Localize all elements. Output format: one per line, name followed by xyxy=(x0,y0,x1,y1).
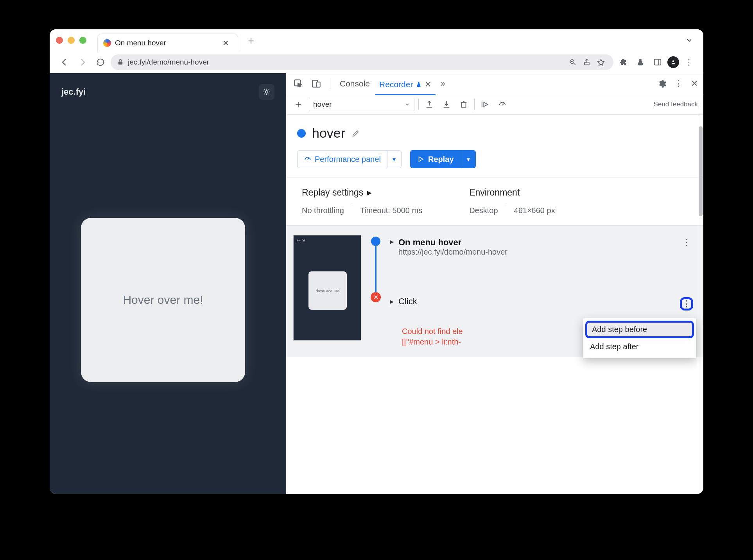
play-icon xyxy=(417,156,424,163)
settings-icon[interactable] xyxy=(656,77,668,90)
reload-button[interactable] xyxy=(93,54,108,70)
favicon-icon xyxy=(103,39,111,47)
window-controls xyxy=(56,37,86,44)
url-text: jec.fyi/demo/menu-hover xyxy=(128,58,209,66)
step-row-2[interactable]: ▸ Click ⋮ xyxy=(390,296,696,307)
replay-settings-heading[interactable]: Replay settings ▸ xyxy=(302,187,422,198)
step1-more-button[interactable]: ⋮ xyxy=(680,236,693,249)
back-button[interactable] xyxy=(57,54,72,70)
tab-close-button[interactable]: ✕ xyxy=(219,37,232,49)
devtools-panel: Console Recorder ✕ » ⋮ ✕ ＋ hover xyxy=(286,73,703,494)
bookmark-icon[interactable] xyxy=(595,57,607,68)
svg-line-2 xyxy=(574,63,576,65)
export-icon[interactable] xyxy=(423,98,436,111)
close-window-button[interactable] xyxy=(56,37,63,44)
device-toggle-icon[interactable] xyxy=(308,77,325,90)
recorder-body: hover Performance panel ▾ xyxy=(286,115,703,494)
share-icon[interactable] xyxy=(581,57,593,68)
hero-text: Hover over me! xyxy=(123,293,203,307)
svg-rect-23 xyxy=(462,102,466,107)
svg-line-28 xyxy=(502,104,504,105)
steps-panel: jec.fyi Hover over me! ✕ ▸ On menu hover xyxy=(286,225,703,357)
scrollbar-thumb[interactable] xyxy=(699,126,703,216)
minimize-window-button[interactable] xyxy=(68,37,75,44)
toolbar-actions: ⋮ xyxy=(616,56,696,69)
slow-replay-icon[interactable] xyxy=(496,98,509,111)
replay-button[interactable]: Replay xyxy=(410,150,461,168)
performance-panel-label: Performance panel xyxy=(315,155,381,164)
svg-marker-27 xyxy=(484,102,488,106)
svg-line-17 xyxy=(269,90,269,90)
maximize-window-button[interactable] xyxy=(79,37,86,44)
edit-title-button[interactable] xyxy=(351,129,360,138)
page-viewport: jec.fyi Hover over me! xyxy=(50,73,286,494)
tabs-overflow-button[interactable] xyxy=(681,34,697,47)
zoom-icon[interactable] xyxy=(567,57,579,68)
svg-line-29 xyxy=(308,158,309,160)
sidepanel-icon[interactable] xyxy=(650,56,665,68)
address-bar[interactable]: jec.fyi/demo/menu-hover xyxy=(111,54,613,70)
step1-url: https://jec.fyi/demo/menu-hover xyxy=(398,248,507,257)
step-context-menu: Add step before Add step after xyxy=(583,318,696,358)
svg-rect-0 xyxy=(118,61,123,65)
delete-icon[interactable] xyxy=(457,98,470,111)
svg-rect-20 xyxy=(316,82,320,87)
tab-strip: On menu hover ✕ ＋ xyxy=(50,29,703,51)
svg-marker-30 xyxy=(419,157,423,162)
extensions-icon[interactable] xyxy=(616,56,631,68)
flask-icon xyxy=(415,81,422,88)
replay-dropdown[interactable]: ▾ xyxy=(461,150,476,168)
step2-more-button[interactable]: ⋮ xyxy=(680,297,693,311)
devtools-menu-icon[interactable]: ⋮ xyxy=(673,77,685,90)
step-row-1[interactable]: ▸ On menu hover https://jec.fyi/demo/men… xyxy=(390,235,696,259)
labs-icon[interactable] xyxy=(633,56,648,68)
devtools-close-icon[interactable]: ✕ xyxy=(689,77,699,90)
svg-line-14 xyxy=(264,90,265,90)
page-brand[interactable]: jec.fyi xyxy=(61,87,86,97)
browser-menu-button[interactable]: ⋮ xyxy=(681,56,696,69)
tab-title: On menu hover xyxy=(115,39,215,47)
step-over-icon[interactable] xyxy=(479,98,492,111)
import-icon[interactable] xyxy=(440,98,453,111)
performance-panel-button[interactable]: Performance panel xyxy=(297,150,387,168)
tab-close-icon[interactable]: ✕ xyxy=(425,80,432,89)
recording-selector-value: hover xyxy=(313,100,332,109)
timeout-value[interactable]: Timeout: 5000 ms xyxy=(360,206,422,215)
scrollbar[interactable] xyxy=(698,115,703,494)
disclosure-icon[interactable]: ▸ xyxy=(390,297,394,306)
recording-status-dot xyxy=(297,129,306,138)
step-thumbnail[interactable]: jec.fyi Hover over me! xyxy=(293,235,361,341)
new-recording-button[interactable]: ＋ xyxy=(292,98,305,111)
new-tab-button[interactable]: ＋ xyxy=(241,31,261,50)
svg-marker-5 xyxy=(598,59,604,65)
env-device: Desktop xyxy=(469,206,498,215)
forward-button[interactable] xyxy=(75,54,90,70)
address-bar-actions xyxy=(567,57,607,68)
tab-recorder[interactable]: Recorder ✕ xyxy=(375,77,436,95)
timeline-fail-icon: ✕ xyxy=(371,292,381,302)
browser-tab[interactable]: On menu hover ✕ xyxy=(97,34,238,52)
browser-window: On menu hover ✕ ＋ jec.fyi/demo/menu-hove… xyxy=(50,29,703,494)
steps-list: ▸ On menu hover https://jec.fyi/demo/men… xyxy=(390,235,696,347)
throttling-value[interactable]: No throttling xyxy=(302,206,344,215)
svg-rect-6 xyxy=(654,59,661,65)
gauge-icon xyxy=(304,155,312,163)
recording-selector[interactable]: hover xyxy=(309,98,414,111)
tab-console[interactable]: Console xyxy=(336,77,374,91)
disclosure-icon[interactable]: ▸ xyxy=(390,237,394,246)
theme-toggle-button[interactable] xyxy=(259,84,274,100)
menu-add-step-after[interactable]: Add step after xyxy=(583,338,696,355)
svg-point-9 xyxy=(265,91,268,93)
chevron-right-icon: ▸ xyxy=(367,187,372,198)
timeline-dot xyxy=(371,237,380,246)
inspect-icon[interactable] xyxy=(290,77,307,90)
menu-add-step-before[interactable]: Add step before xyxy=(585,321,694,338)
send-feedback-link[interactable]: Send feedback xyxy=(654,101,698,108)
profile-avatar[interactable] xyxy=(667,56,679,68)
performance-panel-dropdown[interactable]: ▾ xyxy=(387,150,402,168)
timeline: ✕ xyxy=(368,235,383,347)
more-tabs-icon[interactable]: » xyxy=(437,77,448,90)
content-split: jec.fyi Hover over me! Console xyxy=(50,73,703,494)
recorder-toolbar: ＋ hover Send feedback xyxy=(286,94,703,115)
hover-target-card[interactable]: Hover over me! xyxy=(81,218,245,382)
